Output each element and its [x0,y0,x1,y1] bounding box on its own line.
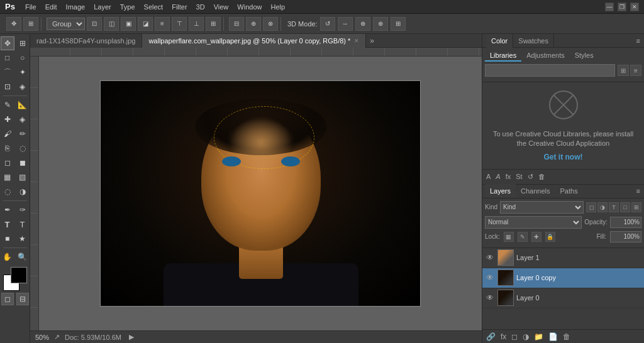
fill-input[interactable] [610,231,641,242]
close-button[interactable]: ✕ [630,3,639,11]
clone-tool[interactable]: ⎘ [1,141,14,155]
move-tool-btn[interactable]: ✥ [6,17,21,31]
3d-pan-btn[interactable]: ↔ [338,17,353,31]
layer-item-2[interactable]: 👁 Layer 0 [482,288,644,308]
magic-wand-tool[interactable]: ✦ [16,65,30,79]
add-mask-btn[interactable]: ◻ [510,332,519,341]
lib-tab-styles[interactable]: Styles [570,50,599,62]
menu-window[interactable]: Window [237,3,262,11]
opacity-input[interactable] [610,217,641,228]
blend-mode-select[interactable]: Normal [485,216,582,229]
3d-scale-btn[interactable]: ⊞ [391,17,406,31]
gradient-tool[interactable]: ▦ [1,170,14,184]
paths-tab[interactable]: Paths [555,184,583,198]
lock-all-btn[interactable]: 🔒 [545,232,555,242]
quick-mask-btn[interactable]: ◻ [1,293,14,305]
tab-color[interactable]: Color [486,34,513,48]
panel-icon-square[interactable]: St [514,173,523,180]
rect-marquee-tool[interactable]: □ [1,51,14,65]
tab-more-btn[interactable]: » [366,36,378,45]
perspective-tool[interactable]: ◈ [16,80,30,94]
lib-tab-adjustments[interactable]: Adjustments [521,50,570,62]
link-layers-btn[interactable]: 🔗 [485,332,497,341]
lib-tab-libraries[interactable]: Libraries [485,50,521,62]
new-layer-btn[interactable]: 📄 [547,332,559,341]
menu-edit[interactable]: Edit [45,3,57,11]
3d-slide-btn[interactable]: ⊕ [373,17,388,31]
menu-file[interactable]: File [25,3,36,11]
pencil-tool[interactable]: ✏ [16,127,30,141]
eyedropper-tool[interactable]: ✎ [1,98,14,112]
align-left-btn[interactable]: ◫ [104,17,119,31]
panel-top-menu[interactable]: ≡ [633,37,644,45]
layers-panel-menu[interactable]: ≡ [633,187,644,195]
pixel-icon[interactable]: ◻ [586,202,596,212]
new-group-btn[interactable]: 📁 [533,332,545,341]
panel-icon-a[interactable]: A [485,173,492,180]
status-arrow[interactable]: ▶ [129,333,134,341]
tab-0[interactable]: rad-1X14S8DFa4Y-unsplash.jpg [30,34,142,48]
smart-kind-icon[interactable]: ⊞ [631,202,641,212]
minimize-button[interactable]: — [605,3,614,11]
foreground-color-swatch[interactable] [11,267,27,283]
custom-shape[interactable]: ★ [16,232,30,246]
lib-search-input[interactable] [485,64,615,77]
eraser-tool[interactable]: ◻ [1,156,14,170]
align-right-btn[interactable]: ◪ [138,17,153,31]
maximize-button[interactable]: ❐ [618,3,626,11]
lock-pixels-btn[interactable]: ▦ [504,232,514,242]
menu-help[interactable]: Help [270,3,285,11]
export-icon[interactable]: ↗ [54,333,60,341]
pen-tool[interactable]: ✒ [1,203,14,217]
menu-3d[interactable]: 3D [196,3,205,11]
kind-select[interactable]: Kind [500,201,584,214]
transform-btn[interactable]: ⊡ [87,17,102,31]
group-select[interactable]: Group [47,18,85,30]
menu-image[interactable]: Image [66,3,86,11]
heal-tool[interactable]: ✚ [1,112,14,126]
panel-icon-trash[interactable]: 🗑 [537,173,547,180]
panel-icon-a2[interactable]: A [494,173,501,180]
align-top-btn[interactable]: ⊤ [172,17,187,31]
brush-tool[interactable]: 🖌 [1,127,14,141]
align-bottom-btn[interactable]: ⊥ [189,17,204,31]
shape-tool[interactable]: ■ [1,232,14,246]
shape-kind-icon[interactable]: □ [620,202,630,212]
blur-tool[interactable]: ◌ [1,185,14,199]
lib-list-view-btn[interactable]: ≡ [630,65,641,76]
lock-artboard-btn[interactable]: ✚ [531,232,541,242]
tab-1-close[interactable]: ✕ [354,38,359,44]
layer-fx-btn[interactable]: fx [499,332,508,341]
text-tool[interactable]: T [1,217,14,231]
3d-rotate-btn[interactable]: ↺ [320,17,335,31]
vtext-tool[interactable]: T [16,217,30,231]
zoom-tool[interactable]: 🔍 [16,250,30,264]
extra-btn1[interactable]: ⊟ [229,17,244,31]
lasso-tool[interactable]: ⌒ [1,65,14,79]
layer-0-visibility[interactable]: 👁 [485,253,495,263]
layer-1-visibility[interactable]: 👁 [485,273,495,283]
delete-layer-btn[interactable]: 🗑 [562,332,572,341]
adjust-icon[interactable]: ◑ [597,202,608,212]
layers-tab[interactable]: Layers [485,184,516,198]
layer-item-1[interactable]: 👁 Layer 0 copy [482,268,644,288]
screen-mode-btn[interactable]: ⊟ [16,293,29,305]
panel-icon-refresh[interactable]: ↺ [526,173,535,181]
channels-tab[interactable]: Channels [516,184,555,198]
extra-btn3[interactable]: ⊗ [263,17,278,31]
layer-item-0[interactable]: 👁 Layer 1 [482,248,644,268]
ellipse-marquee-tool[interactable]: ○ [16,51,30,65]
layer-2-visibility[interactable]: 👁 [485,293,495,303]
menu-view[interactable]: View [214,3,229,11]
move-tool[interactable]: ✥ [1,36,14,50]
crop-tool[interactable]: ⊡ [1,80,14,94]
lib-grid-view-btn[interactable]: ⊞ [618,65,629,76]
3d-orbit-btn[interactable]: ⊕ [355,17,370,31]
panel-icon-fx[interactable]: fx [504,173,513,180]
menu-select[interactable]: Select [144,3,164,11]
patch-tool[interactable]: ◈ [16,112,30,126]
menu-type[interactable]: Type [120,3,135,11]
artboard-btn[interactable]: ⊞ [23,17,38,31]
history-brush[interactable]: ◌ [16,141,30,155]
distribute-btn[interactable]: ≡ [155,17,170,31]
